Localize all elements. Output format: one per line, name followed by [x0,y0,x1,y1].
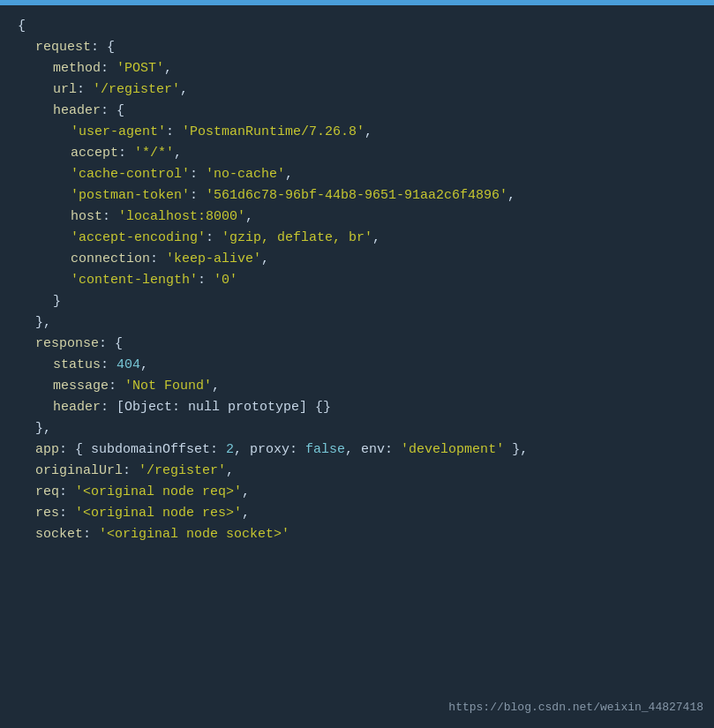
watermark: https://blog.csdn.net/weixin_44827418 [448,699,703,717]
number-token: 2 [226,442,234,457]
string-token: 'accept-encoding' [71,230,206,245]
punctuation-token: : [123,463,139,478]
string-token: '0' [214,273,237,288]
string-token: '<original node socket>' [99,527,289,542]
key-token: header [53,400,101,415]
punctuation-token: , [226,463,234,478]
key-token: request [35,40,91,55]
string-token: 'no-cache' [206,167,285,182]
punctuation-token: : { [91,40,115,55]
code-line: 'cache-control': 'no-cache', [18,164,696,185]
bracket-token: }, [35,421,51,436]
punctuation-token: : [190,188,206,203]
code-block: {request: {method: 'POST',url: '/registe… [18,16,696,545]
punctuation-token: : [118,146,134,161]
punctuation-token: , [180,82,188,97]
key-token: message [53,379,109,394]
code-line: { [18,16,696,37]
code-line: 'content-length': '0' [18,270,696,291]
punctuation-token: , [372,230,380,245]
bracket-token: { [18,19,26,34]
string-token: 'content-length' [71,273,198,288]
code-line: 'accept-encoding': 'gzip, deflate, br', [18,228,696,249]
key-token: app [35,442,59,457]
key-token: host [71,209,102,224]
punctuation-token: , [242,484,250,499]
string-token: '/register' [93,82,180,97]
code-line: method: 'POST', [18,58,696,79]
punctuation-token: : [83,527,99,542]
punctuation-token: : [206,230,222,245]
key-token: socket [35,527,83,542]
code-line: url: '/register', [18,79,696,101]
string-token: 'user-agent' [71,124,166,139]
punctuation-token: : [190,167,206,182]
code-line: }, [18,312,696,334]
punctuation-token: , [245,209,253,224]
punctuation-token: : { [101,103,124,118]
punctuation-token: : [59,506,75,521]
punctuation-token: , [164,61,172,76]
code-line: res: '<original node res>', [18,503,696,524]
bracket-token: }, [35,315,51,330]
punctuation-token: : [59,484,75,499]
punctuation-token: : [150,251,166,266]
top-bar [0,0,714,5]
key-token: method [53,61,101,76]
string-token: 'cache-control' [71,167,190,182]
code-line: }, [18,418,696,439]
key-token: header [53,103,101,118]
punctuation-token: : [166,124,182,139]
key-token: response [35,336,99,351]
code-viewer: {request: {method: 'POST',url: '/registe… [0,0,714,728]
code-line: 'user-agent': 'PostmanRuntime/7.26.8', [18,122,696,143]
punctuation-token: , [174,146,182,161]
punctuation-token: : [77,82,93,97]
code-line: app: { subdomainOffset: 2, proxy: false,… [18,439,696,461]
code-line: req: '<original node req>', [18,482,696,503]
punctuation-token: , [285,167,293,182]
punctuation-token: : [101,357,116,372]
code-line: header: { [18,101,696,122]
key-token: status [53,357,101,372]
string-token: 'gzip, deflate, br' [222,230,372,245]
code-line: request: { [18,37,696,58]
key-token: res [35,506,59,521]
punctuation-token: , [365,124,372,139]
code-line: header: [Object: null prototype] {} [18,397,696,418]
string-token: 'Not Found' [124,379,212,394]
punctuation-token: : [198,273,214,288]
code-line: response: { [18,334,696,355]
string-token: 'POST' [116,61,164,76]
string-token: 'development' [401,442,504,457]
code-line: message: 'Not Found', [18,376,696,397]
punctuation-token: , [140,357,148,372]
bracket-token: } [53,294,61,309]
number-token: false [305,442,345,457]
punctuation-token: }, [504,442,528,457]
string-token: '<original node res>' [75,506,242,521]
key-token: accept [71,146,118,161]
code-line: 'postman-token': '561d6c78-96bf-44b8-965… [18,185,696,206]
string-token: '/register' [139,463,226,478]
punctuation-token: : { subdomainOffset: [59,442,226,457]
punctuation-token: , [507,188,515,203]
punctuation-token: , [212,379,220,394]
code-line: } [18,291,696,312]
punctuation-token: , env: [345,442,401,457]
number-token: 404 [116,357,140,372]
key-token: url [53,82,77,97]
code-line: connection: 'keep-alive', [18,249,696,270]
punctuation-token: , [261,251,269,266]
string-token: '<original node req>' [75,484,242,499]
string-token: 'localhost:8000' [118,209,245,224]
punctuation-token: : [101,61,116,76]
punctuation-token: : [109,379,124,394]
code-line: accept: '*/*', [18,143,696,164]
string-token: '561d6c78-96bf-44b8-9651-91aa2c6f4896' [206,188,507,203]
punctuation-token: , proxy: [234,442,305,457]
punctuation-token: : { [99,336,123,351]
string-token: '*/*' [134,146,174,161]
punctuation-token: , [242,506,250,521]
string-token: 'keep-alive' [166,251,261,266]
